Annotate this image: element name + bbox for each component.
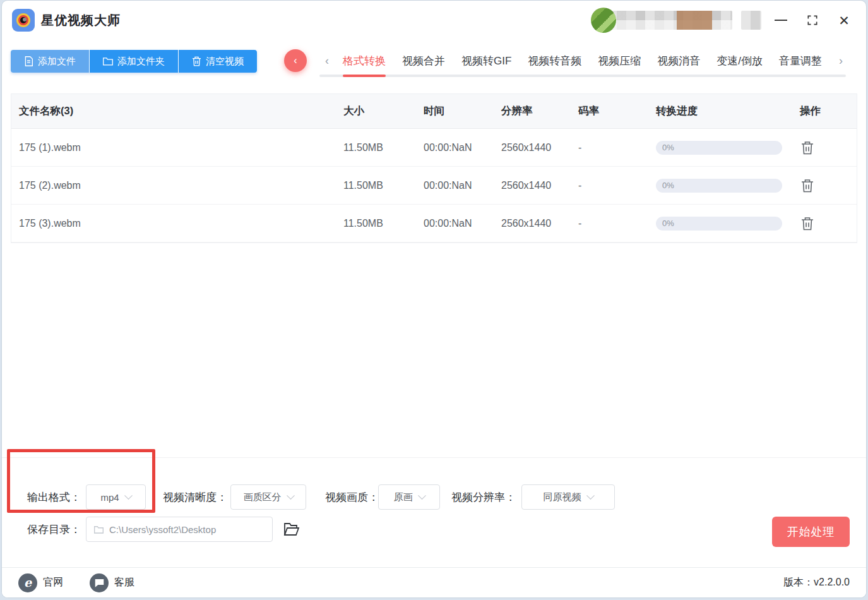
cell-name: 175 (2).webm (19, 180, 343, 191)
col-resolution: 分辨率 (501, 104, 578, 118)
resolution-select[interactable]: 同原视频 (521, 484, 615, 510)
tab-video-merge[interactable]: 视频合并 (394, 54, 453, 68)
titlebar: 星优视频大师 ✕ (2, 1, 866, 40)
folder-icon (94, 525, 104, 534)
chevron-down-icon (287, 491, 295, 500)
tab-video-mute[interactable]: 视频消音 (649, 54, 708, 68)
save-dir-input[interactable] (109, 524, 265, 535)
window-controls: ✕ (773, 12, 852, 28)
col-time: 时间 (424, 104, 501, 118)
cell-name: 175 (1).webm (19, 142, 343, 153)
back-circle-button[interactable]: ‹ (284, 49, 307, 72)
cell-time: 00:00:NaN (424, 218, 501, 229)
table-row: 175 (1).webm 11.50MB 00:00:NaN 2560x1440… (11, 129, 857, 167)
user-avatar[interactable] (591, 8, 616, 33)
output-format-value: mp4 (100, 492, 119, 503)
col-size: 大小 (343, 104, 424, 118)
version-text: 版本：v2.2.0.0 (783, 576, 850, 589)
clarity-select[interactable]: 画质区分 (230, 484, 306, 510)
customer-support-label: 客服 (114, 576, 134, 589)
output-format-select[interactable]: mp4 (86, 484, 146, 510)
cell-size: 11.50MB (343, 180, 424, 191)
chevron-down-icon (418, 491, 426, 500)
progress-bar: 0% (656, 217, 782, 231)
add-file-button[interactable]: 添加文件 (11, 50, 89, 73)
chevron-down-icon (586, 491, 595, 500)
resolution-label: 视频分辨率： (451, 484, 516, 510)
add-folder-button[interactable]: 添加文件夹 (89, 50, 178, 73)
app-window: 星优视频大师 ✕ 添加文件 添加文件 (1, 0, 867, 598)
tab-format-convert[interactable]: 格式转换 (335, 54, 394, 68)
trash-icon (192, 56, 201, 66)
cell-bitrate: - (578, 218, 656, 229)
app-logo-icon (12, 9, 35, 32)
browser-icon: e (18, 573, 37, 592)
cell-size: 11.50MB (343, 218, 424, 229)
progress-bar: 0% (656, 141, 782, 155)
trash-icon (801, 217, 814, 231)
cell-bitrate: - (578, 142, 656, 153)
user-info-redacted (741, 11, 761, 30)
maximize-icon (806, 14, 819, 27)
cell-resolution: 2560x1440 (501, 180, 578, 191)
minimize-icon (775, 20, 787, 21)
tab-scroll-track (319, 75, 846, 77)
clear-videos-button[interactable]: 清空视频 (178, 50, 257, 73)
cell-size: 11.50MB (343, 142, 424, 153)
settings-panel: 输出格式： mp4 视频清晰度： 画质区分 视频画质： 原画 视频分辨率： 同原… (2, 457, 866, 570)
cell-time: 00:00:NaN (424, 142, 501, 153)
quality-label: 视频画质： (325, 484, 379, 510)
quality-select[interactable]: 原画 (378, 484, 440, 510)
tabs-strip: ‹ 格式转换 视频合并 视频转GIF 视频转音频 视频压缩 视频消音 变速/倒放… (319, 49, 848, 72)
col-progress: 转换进度 (656, 104, 800, 118)
minimize-button[interactable] (773, 12, 789, 28)
delete-row-button[interactable] (800, 140, 815, 155)
official-site-link[interactable]: e 官网 (18, 573, 63, 592)
delete-row-button[interactable] (800, 216, 815, 231)
tab-video-compress[interactable]: 视频压缩 (590, 54, 649, 68)
save-dir-label: 保存目录： (27, 517, 81, 542)
folder-open-icon (283, 522, 300, 536)
cell-resolution: 2560x1440 (501, 218, 578, 229)
col-action: 操作 (800, 104, 857, 118)
delete-row-button[interactable] (800, 178, 815, 193)
table-row: 175 (3).webm 11.50MB 00:00:NaN 2560x1440… (11, 205, 857, 243)
trash-icon (801, 179, 814, 193)
footer: e 官网 客服 版本：v2.2.0.0 (2, 567, 866, 597)
file-actions-group: 添加文件 添加文件夹 清空视频 (11, 50, 257, 73)
customer-support-link[interactable]: 客服 (90, 573, 134, 592)
chat-bubble-icon (90, 573, 109, 592)
col-bitrate: 码率 (578, 104, 656, 118)
cell-bitrate: - (578, 180, 656, 191)
tab-video-to-audio[interactable]: 视频转音频 (520, 54, 590, 68)
folder-icon (103, 57, 113, 66)
start-processing-button[interactable]: 开始处理 (772, 517, 850, 547)
browse-folder-button[interactable] (282, 520, 301, 539)
progress-bar: 0% (656, 179, 782, 193)
output-format-label: 输出格式： (27, 484, 81, 510)
maximize-button[interactable] (804, 12, 821, 28)
tab-volume-adjust[interactable]: 音量调整 (771, 54, 830, 68)
col-name: 文件名称(3) (19, 104, 343, 118)
official-site-label: 官网 (43, 576, 63, 589)
file-icon (24, 56, 33, 66)
feature-tabs: ‹ ‹ 格式转换 视频合并 视频转GIF 视频转音频 视频压缩 视频消音 变速/… (283, 49, 848, 77)
chevron-down-icon (124, 491, 133, 500)
table-header: 文件名称(3) 大小 时间 分辨率 码率 转换进度 操作 (11, 94, 857, 129)
back-icon: ‹ (294, 55, 297, 66)
clear-videos-label: 清空视频 (206, 56, 244, 68)
tab-video-to-gif[interactable]: 视频转GIF (453, 54, 520, 68)
add-folder-label: 添加文件夹 (117, 56, 165, 68)
close-button[interactable]: ✕ (836, 12, 852, 28)
clarity-value: 画质区分 (244, 491, 282, 503)
tabs-scroll-left-icon[interactable]: ‹ (319, 54, 335, 68)
tabs-scroll-right-icon[interactable]: › (833, 54, 848, 68)
save-dir-field[interactable] (86, 517, 273, 542)
clarity-label: 视频清晰度： (163, 484, 227, 510)
cell-time: 00:00:NaN (424, 180, 501, 191)
file-table: 文件名称(3) 大小 时间 分辨率 码率 转换进度 操作 175 (1).web… (11, 93, 857, 243)
user-area (591, 8, 761, 33)
tab-speed-reverse[interactable]: 变速/倒放 (708, 54, 771, 68)
cell-resolution: 2560x1440 (501, 142, 578, 153)
resolution-value: 同原视频 (544, 491, 581, 503)
